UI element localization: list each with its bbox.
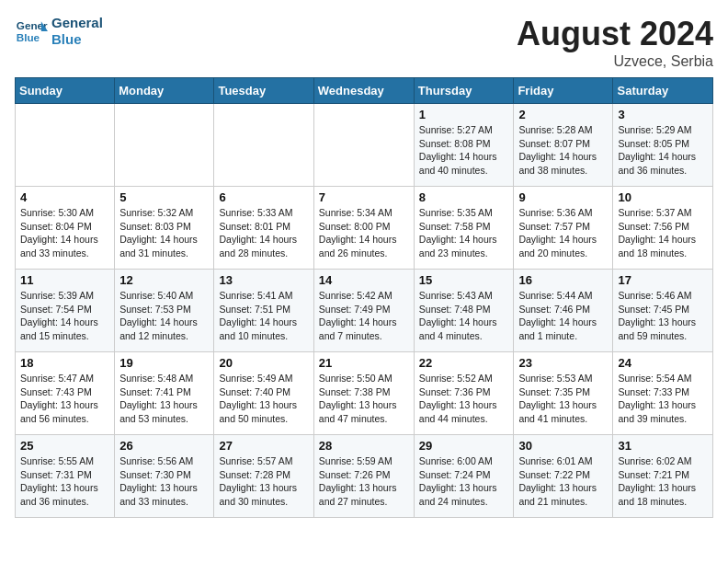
calendar-day-cell: 20Sunrise: 5:49 AM Sunset: 7:40 PM Dayli… [214, 352, 313, 435]
day-info: Sunrise: 5:36 AM Sunset: 7:57 PM Dayligh… [518, 206, 608, 260]
day-number: 12 [119, 273, 209, 287]
logo-icon: General Blue [15, 15, 48, 48]
calendar-day-cell: 28Sunrise: 5:59 AM Sunset: 7:26 PM Dayli… [313, 435, 414, 518]
calendar-week-row: 4Sunrise: 5:30 AM Sunset: 8:04 PM Daylig… [16, 187, 713, 270]
day-number: 5 [119, 190, 209, 204]
day-number: 19 [119, 356, 209, 370]
day-info: Sunrise: 5:57 AM Sunset: 7:28 PM Dayligh… [219, 454, 308, 509]
calendar-day-cell: 11Sunrise: 5:39 AM Sunset: 7:54 PM Dayli… [16, 270, 115, 352]
day-info: Sunrise: 5:52 AM Sunset: 7:36 PM Dayligh… [419, 372, 509, 426]
calendar-day-cell: 26Sunrise: 5:56 AM Sunset: 7:30 PM Dayli… [115, 435, 214, 518]
page-header: General Blue General Blue August 2024 Uz… [15, 15, 713, 70]
calendar-day-cell: 25Sunrise: 5:55 AM Sunset: 7:31 PM Dayli… [16, 435, 115, 518]
calendar-day-cell: 10Sunrise: 5:37 AM Sunset: 7:56 PM Dayli… [613, 187, 713, 270]
day-info: Sunrise: 5:46 AM Sunset: 7:45 PM Dayligh… [618, 289, 708, 343]
day-info: Sunrise: 5:47 AM Sunset: 7:43 PM Dayligh… [20, 372, 109, 426]
calendar-day-cell: 22Sunrise: 5:52 AM Sunset: 7:36 PM Dayli… [414, 352, 514, 435]
calendar-week-row: 11Sunrise: 5:39 AM Sunset: 7:54 PM Dayli… [16, 270, 713, 352]
day-number: 13 [219, 273, 308, 287]
weekday-header: Monday [115, 78, 214, 104]
calendar-week-row: 18Sunrise: 5:47 AM Sunset: 7:43 PM Dayli… [16, 352, 713, 435]
day-number: 11 [20, 273, 109, 287]
day-number: 16 [518, 273, 608, 287]
day-number: 29 [419, 439, 509, 453]
day-number: 4 [20, 190, 109, 204]
weekday-header: Wednesday [313, 78, 414, 104]
calendar-day-cell: 31Sunrise: 6:02 AM Sunset: 7:21 PM Dayli… [613, 435, 713, 518]
day-info: Sunrise: 6:02 AM Sunset: 7:21 PM Dayligh… [618, 454, 708, 509]
logo: General Blue General Blue [15, 15, 103, 48]
calendar-week-row: 1Sunrise: 5:27 AM Sunset: 8:08 PM Daylig… [16, 104, 713, 187]
logo-blue: Blue [51, 31, 103, 48]
calendar-day-cell: 19Sunrise: 5:48 AM Sunset: 7:41 PM Dayli… [115, 352, 214, 435]
calendar-day-cell: 30Sunrise: 6:01 AM Sunset: 7:22 PM Dayli… [514, 435, 613, 518]
weekday-header: Sunday [16, 78, 115, 104]
day-number: 30 [518, 439, 608, 453]
day-info: Sunrise: 5:40 AM Sunset: 7:53 PM Dayligh… [119, 289, 209, 343]
day-info: Sunrise: 5:44 AM Sunset: 7:46 PM Dayligh… [518, 289, 608, 343]
day-number: 20 [219, 356, 308, 370]
day-info: Sunrise: 5:41 AM Sunset: 7:51 PM Dayligh… [219, 289, 308, 343]
day-number: 25 [20, 439, 109, 453]
day-info: Sunrise: 6:00 AM Sunset: 7:24 PM Dayligh… [419, 454, 509, 509]
day-number: 2 [518, 108, 608, 121]
day-number: 26 [119, 439, 209, 453]
calendar-table: SundayMondayTuesdayWednesdayThursdayFrid… [15, 77, 713, 518]
title-block: August 2024 Uzvece, Serbia [517, 15, 713, 70]
day-info: Sunrise: 5:33 AM Sunset: 8:01 PM Dayligh… [219, 206, 308, 260]
day-info: Sunrise: 5:27 AM Sunset: 8:08 PM Dayligh… [419, 123, 509, 178]
day-number: 31 [618, 439, 708, 453]
weekday-header: Thursday [414, 78, 514, 104]
calendar-day-cell: 13Sunrise: 5:41 AM Sunset: 7:51 PM Dayli… [214, 270, 313, 352]
day-number: 27 [219, 439, 308, 453]
calendar-day-cell: 17Sunrise: 5:46 AM Sunset: 7:45 PM Dayli… [613, 270, 713, 352]
day-info: Sunrise: 5:56 AM Sunset: 7:30 PM Dayligh… [119, 454, 209, 509]
day-info: Sunrise: 5:53 AM Sunset: 7:35 PM Dayligh… [518, 372, 608, 426]
calendar-day-cell: 8Sunrise: 5:35 AM Sunset: 7:58 PM Daylig… [414, 187, 514, 270]
calendar-day-cell: 5Sunrise: 5:32 AM Sunset: 8:03 PM Daylig… [115, 187, 214, 270]
day-number: 3 [618, 108, 708, 121]
day-number: 21 [319, 356, 409, 370]
calendar-day-cell [115, 104, 214, 187]
day-number: 1 [419, 108, 509, 121]
day-info: Sunrise: 5:39 AM Sunset: 7:54 PM Dayligh… [20, 289, 109, 343]
calendar-day-cell: 3Sunrise: 5:29 AM Sunset: 8:05 PM Daylig… [613, 104, 713, 187]
calendar-day-cell: 16Sunrise: 5:44 AM Sunset: 7:46 PM Dayli… [514, 270, 613, 352]
day-info: Sunrise: 5:28 AM Sunset: 8:07 PM Dayligh… [518, 123, 608, 178]
day-number: 10 [618, 190, 708, 204]
day-info: Sunrise: 5:30 AM Sunset: 8:04 PM Dayligh… [20, 206, 109, 260]
calendar-day-cell: 27Sunrise: 5:57 AM Sunset: 7:28 PM Dayli… [214, 435, 313, 518]
month-year-title: August 2024 [517, 15, 713, 53]
calendar-day-cell [313, 104, 414, 187]
day-info: Sunrise: 5:55 AM Sunset: 7:31 PM Dayligh… [20, 454, 109, 509]
calendar-day-cell: 4Sunrise: 5:30 AM Sunset: 8:04 PM Daylig… [16, 187, 115, 270]
day-info: Sunrise: 5:34 AM Sunset: 8:00 PM Dayligh… [319, 206, 409, 260]
calendar-day-cell: 9Sunrise: 5:36 AM Sunset: 7:57 PM Daylig… [514, 187, 613, 270]
logo-general: General [51, 15, 103, 31]
calendar-day-cell: 24Sunrise: 5:54 AM Sunset: 7:33 PM Dayli… [613, 352, 713, 435]
calendar-week-row: 25Sunrise: 5:55 AM Sunset: 7:31 PM Dayli… [16, 435, 713, 518]
day-number: 7 [319, 190, 409, 204]
day-number: 18 [20, 356, 109, 370]
day-number: 6 [219, 190, 308, 204]
day-number: 15 [419, 273, 509, 287]
calendar-day-cell: 23Sunrise: 5:53 AM Sunset: 7:35 PM Dayli… [514, 352, 613, 435]
calendar-day-cell [214, 104, 313, 187]
calendar-day-cell: 7Sunrise: 5:34 AM Sunset: 8:00 PM Daylig… [313, 187, 414, 270]
calendar-day-cell: 14Sunrise: 5:42 AM Sunset: 7:49 PM Dayli… [313, 270, 414, 352]
day-info: Sunrise: 5:59 AM Sunset: 7:26 PM Dayligh… [319, 454, 409, 509]
day-info: Sunrise: 5:29 AM Sunset: 8:05 PM Dayligh… [618, 123, 708, 178]
day-info: Sunrise: 5:49 AM Sunset: 7:40 PM Dayligh… [219, 372, 308, 426]
day-info: Sunrise: 5:32 AM Sunset: 8:03 PM Dayligh… [119, 206, 209, 260]
day-info: Sunrise: 5:37 AM Sunset: 7:56 PM Dayligh… [618, 206, 708, 260]
svg-text:Blue: Blue [17, 31, 40, 43]
weekday-header-row: SundayMondayTuesdayWednesdayThursdayFrid… [16, 78, 713, 104]
day-number: 14 [319, 273, 409, 287]
day-number: 9 [518, 190, 608, 204]
day-info: Sunrise: 5:35 AM Sunset: 7:58 PM Dayligh… [419, 206, 509, 260]
day-number: 8 [419, 190, 509, 204]
calendar-day-cell: 21Sunrise: 5:50 AM Sunset: 7:38 PM Dayli… [313, 352, 414, 435]
day-info: Sunrise: 5:54 AM Sunset: 7:33 PM Dayligh… [618, 372, 708, 426]
day-info: Sunrise: 6:01 AM Sunset: 7:22 PM Dayligh… [518, 454, 608, 509]
day-number: 23 [518, 356, 608, 370]
